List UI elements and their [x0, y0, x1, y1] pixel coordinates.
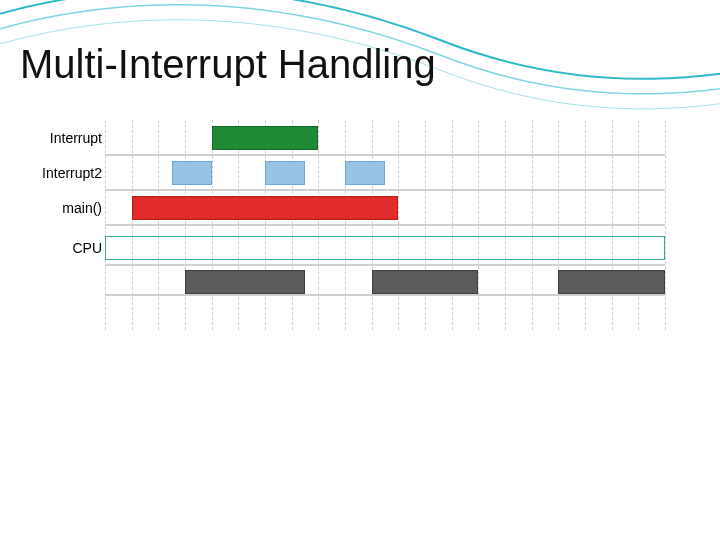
grid-hline — [105, 294, 665, 296]
page-title: Multi-Interrupt Handling — [20, 42, 436, 87]
grid-hline — [105, 264, 665, 266]
grid-vline — [665, 120, 666, 330]
bar-interrupt2 — [172, 161, 212, 185]
row-label-interrupt: Interrupt — [30, 130, 102, 146]
bar-interrupt2 — [345, 161, 385, 185]
bar-bottom — [558, 270, 665, 294]
grid-hline — [105, 224, 665, 226]
timing-chart: Interrupt Interrupt2 main() CPU — [30, 120, 680, 330]
grid — [105, 120, 665, 330]
bar-cpu — [105, 236, 665, 260]
grid-hline — [105, 189, 665, 191]
grid-hline — [105, 154, 665, 156]
bar-bottom — [185, 270, 305, 294]
bar-interrupt — [212, 126, 319, 150]
bar-interrupt2 — [265, 161, 305, 185]
row-label-cpu: CPU — [30, 240, 102, 256]
bar-main — [132, 196, 399, 220]
bar-bottom — [372, 270, 479, 294]
row-label-main: main() — [30, 200, 102, 216]
row-label-interrupt2: Interrupt2 — [30, 165, 102, 181]
